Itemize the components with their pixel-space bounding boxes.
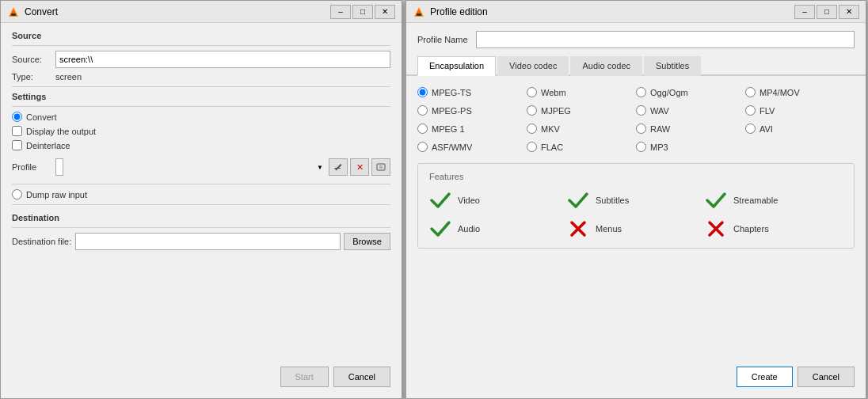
option-mpeg-ts: MPEG-TS bbox=[417, 87, 527, 97]
label-mkv: MKV bbox=[541, 124, 560, 134]
radio-ogg-ogm[interactable] bbox=[636, 87, 646, 97]
encapsulation-radio-grid: MPEG-TS Webm Ogg/Ogm MP4/MOV MPEG-PS MJP… bbox=[417, 87, 855, 152]
feature-video-label: Video bbox=[458, 196, 480, 205]
convert-radio-row: Convert bbox=[12, 112, 390, 122]
deinterlace-checkbox[interactable] bbox=[12, 140, 22, 150]
radio-mp3[interactable] bbox=[636, 142, 646, 152]
display-output-label: Display the output bbox=[26, 127, 96, 136]
features-title: Features bbox=[429, 172, 843, 181]
radio-mp4-mov[interactable] bbox=[745, 87, 756, 97]
destination-section: Destination Destination file: Browse bbox=[12, 213, 390, 250]
close-button[interactable]: ✕ bbox=[375, 5, 395, 19]
type-label: Type: bbox=[12, 72, 55, 82]
label-mjpeg: MJPEG bbox=[541, 106, 571, 116]
source-section-label: Source bbox=[12, 31, 390, 40]
feature-chapters: Chapters bbox=[705, 218, 843, 240]
tab-video-codec[interactable]: Video codec bbox=[497, 56, 569, 76]
tab-audio-codec[interactable]: Audio codec bbox=[570, 56, 642, 76]
profile-name-row: Profile Name bbox=[406, 23, 866, 55]
radio-avi[interactable] bbox=[745, 124, 756, 134]
profile-new-btn[interactable] bbox=[371, 158, 390, 176]
video-check-icon bbox=[429, 189, 451, 211]
dest-file-input[interactable] bbox=[75, 233, 341, 250]
audio-check-icon bbox=[429, 218, 451, 240]
feature-audio: Audio bbox=[429, 218, 567, 240]
feature-audio-label: Audio bbox=[458, 224, 480, 234]
tab-subtitles[interactable]: Subtitles bbox=[644, 56, 701, 76]
profile-name-input[interactable] bbox=[476, 31, 855, 48]
label-mp4-mov: MP4/MOV bbox=[760, 88, 800, 97]
dump-radio[interactable] bbox=[12, 189, 22, 200]
display-output-checkbox[interactable] bbox=[12, 126, 22, 136]
profile-edit-btn[interactable] bbox=[329, 158, 348, 176]
label-wav: WAV bbox=[650, 106, 669, 116]
start-button[interactable]: Start bbox=[280, 367, 329, 387]
radio-asf-wmv[interactable] bbox=[417, 142, 428, 152]
profile-title: Profile edition bbox=[430, 6, 794, 17]
radio-mpeg-ps[interactable] bbox=[417, 105, 428, 116]
dump-divider bbox=[12, 184, 390, 184]
profile-maximize-button[interactable]: □ bbox=[817, 5, 837, 19]
tab-encapsulation[interactable]: Encapsulation bbox=[417, 56, 496, 76]
profile-label: Profile bbox=[12, 162, 55, 172]
radio-wav[interactable] bbox=[636, 105, 646, 116]
convert-window: Convert – □ ✕ Source Source: Type: scree… bbox=[0, 0, 402, 399]
convert-bottom-buttons: Start Cancel bbox=[280, 367, 390, 387]
radio-mpeg-ts[interactable] bbox=[417, 87, 428, 97]
option-mp4-mov: MP4/MOV bbox=[745, 87, 855, 97]
browse-button[interactable]: Browse bbox=[344, 233, 390, 250]
option-mkv: MKV bbox=[527, 124, 636, 134]
profile-window-buttons: – □ ✕ bbox=[794, 5, 859, 19]
type-row: Type: screen bbox=[12, 72, 390, 82]
radio-mjpeg[interactable] bbox=[527, 105, 537, 116]
profile-minimize-button[interactable]: – bbox=[794, 5, 815, 19]
profile-bottom-buttons: Create Cancel bbox=[737, 367, 855, 387]
source-label: Source: bbox=[12, 55, 55, 64]
radio-webm[interactable] bbox=[527, 87, 537, 97]
radio-mkv[interactable] bbox=[527, 124, 537, 134]
tabs-container: Encapsulation Video codec Audio codec Su… bbox=[406, 55, 866, 76]
convert-title: Convert bbox=[25, 6, 330, 17]
option-mpeg-ps: MPEG-PS bbox=[417, 105, 527, 116]
convert-window-buttons: – □ ✕ bbox=[330, 5, 395, 19]
profile-app-icon bbox=[413, 6, 425, 18]
cancel-button[interactable]: Cancel bbox=[333, 367, 390, 387]
radio-flac[interactable] bbox=[527, 142, 537, 152]
option-flac: FLAC bbox=[527, 142, 636, 152]
feature-streamable: Streamable bbox=[705, 189, 843, 211]
profile-close-button[interactable]: ✕ bbox=[839, 5, 859, 19]
features-grid: Video Subtitles bbox=[429, 189, 843, 240]
profile-window: Profile edition – □ ✕ Profile Name Encap… bbox=[405, 0, 866, 399]
feature-subtitles: Subtitles bbox=[567, 189, 705, 211]
dest-file-row: Destination file: Browse bbox=[12, 233, 390, 250]
profile-delete-btn[interactable]: ✕ bbox=[350, 158, 369, 176]
profile-title-bar: Profile edition – □ ✕ bbox=[406, 1, 866, 23]
source-row: Source: bbox=[12, 51, 390, 68]
maximize-button[interactable]: □ bbox=[352, 5, 373, 19]
features-section: Features Video Sub bbox=[417, 163, 855, 249]
convert-app-icon bbox=[7, 6, 20, 18]
dest-divider-top bbox=[12, 204, 390, 205]
encapsulation-tab-content: MPEG-TS Webm Ogg/Ogm MP4/MOV MPEG-PS MJP… bbox=[406, 76, 866, 260]
feature-subtitles-label: Subtitles bbox=[596, 196, 629, 205]
label-mpeg-ps: MPEG-PS bbox=[432, 106, 472, 116]
profile-select-wrapper bbox=[55, 158, 326, 176]
source-input[interactable] bbox=[55, 51, 390, 68]
label-flac: FLAC bbox=[541, 142, 563, 152]
profile-select[interactable] bbox=[55, 158, 63, 176]
radio-mpeg1[interactable] bbox=[417, 124, 428, 134]
convert-title-bar: Convert – □ ✕ bbox=[1, 1, 402, 23]
deinterlace-label: Deinterlace bbox=[26, 141, 70, 150]
convert-content: Source Source: Type: screen Settings Con… bbox=[1, 23, 402, 263]
deinterlace-row: Deinterlace bbox=[12, 140, 390, 150]
radio-raw[interactable] bbox=[636, 124, 646, 134]
label-ogg-ogm: Ogg/Ogm bbox=[650, 88, 688, 97]
streamable-check-icon bbox=[705, 189, 727, 211]
profile-cancel-button[interactable]: Cancel bbox=[798, 367, 855, 387]
convert-radio[interactable] bbox=[12, 112, 22, 122]
minimize-button[interactable]: – bbox=[330, 5, 351, 19]
option-ogg-ogm: Ogg/Ogm bbox=[636, 87, 745, 97]
feature-video: Video bbox=[429, 189, 567, 211]
create-button[interactable]: Create bbox=[737, 367, 793, 387]
radio-flv[interactable] bbox=[745, 105, 756, 116]
